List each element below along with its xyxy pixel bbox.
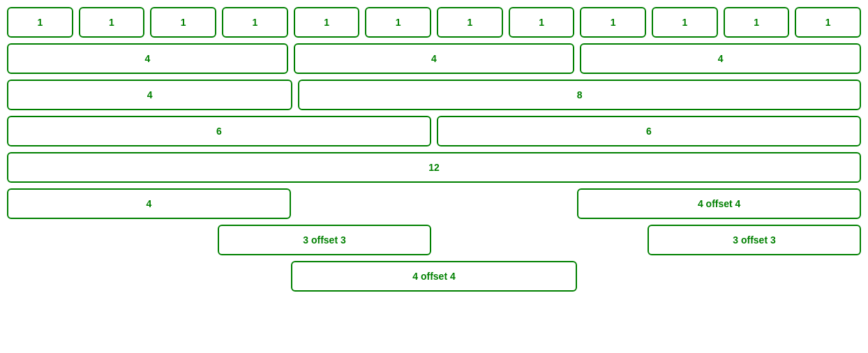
cell-8-1: 4 offset 4 bbox=[291, 261, 578, 292]
cell-1-4: 1 bbox=[222, 7, 288, 38]
cell-2-1: 4 bbox=[7, 43, 288, 74]
row-4: 6 6 bbox=[7, 116, 861, 147]
cell-5-1: 12 bbox=[7, 152, 861, 183]
cell-1-6: 1 bbox=[365, 7, 431, 38]
cell-1-3: 1 bbox=[150, 7, 216, 38]
cell-3-1: 4 bbox=[7, 80, 292, 110]
cell-6-1: 4 bbox=[7, 188, 291, 219]
cell-1-8: 1 bbox=[509, 7, 575, 38]
cell-1-1: 1 bbox=[7, 7, 73, 38]
cell-6-2: 4 offset 4 bbox=[577, 188, 861, 219]
cell-7-1: 3 offset 3 bbox=[218, 225, 431, 255]
cell-4-2: 6 bbox=[437, 116, 861, 147]
cell-2-3: 4 bbox=[580, 43, 861, 74]
cell-7-2: 3 offset 3 bbox=[648, 225, 861, 255]
grid-container: 1 1 1 1 1 1 1 1 1 1 1 1 4 4 4 4 8 6 6 12… bbox=[7, 7, 861, 292]
cell-1-7: 1 bbox=[437, 7, 503, 38]
cell-2-2: 4 bbox=[294, 43, 575, 74]
row-2: 4 4 4 bbox=[7, 43, 861, 74]
row-6: 4 4 offset 4 bbox=[7, 188, 861, 219]
row-8: 4 offset 4 bbox=[7, 261, 861, 292]
cell-3-2: 8 bbox=[298, 80, 861, 110]
cell-1-5: 1 bbox=[294, 7, 360, 38]
cell-1-2: 1 bbox=[79, 7, 145, 38]
cell-1-9: 1 bbox=[580, 7, 646, 38]
row-1: 1 1 1 1 1 1 1 1 1 1 1 1 bbox=[7, 7, 861, 38]
row-5: 12 bbox=[7, 152, 861, 183]
row-3: 4 8 bbox=[7, 80, 861, 110]
cell-1-11: 1 bbox=[724, 7, 790, 38]
row-7: 3 offset 3 3 offset 3 bbox=[7, 225, 861, 255]
cell-4-1: 6 bbox=[7, 116, 431, 147]
cell-1-12: 1 bbox=[795, 7, 861, 38]
cell-1-10: 1 bbox=[652, 7, 718, 38]
